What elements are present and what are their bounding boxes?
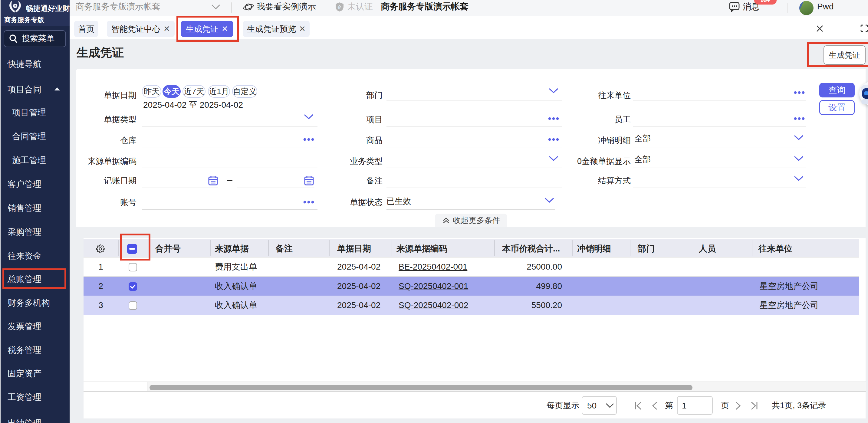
svg-text:企: 企 [337,4,342,10]
